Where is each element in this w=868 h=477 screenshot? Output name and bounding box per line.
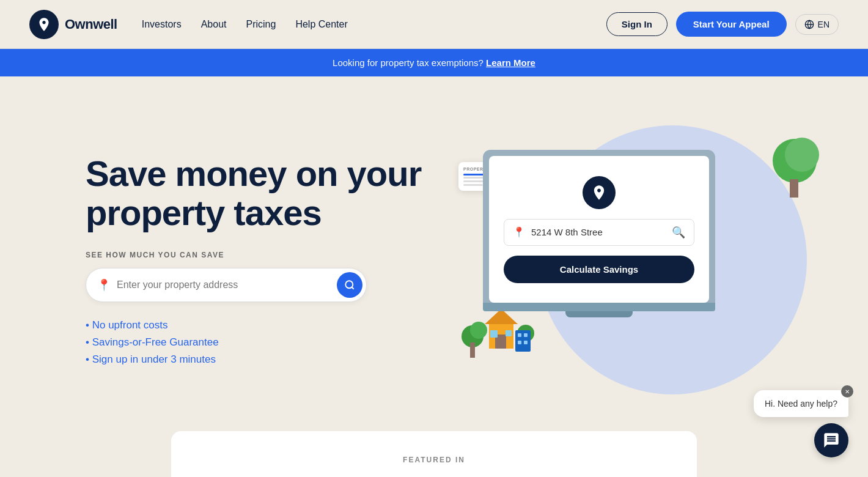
calculate-savings-button[interactable]: Calculate Savings: [504, 256, 694, 283]
signin-button[interactable]: Sign In: [606, 12, 668, 36]
promo-banner: Looking for property tax exemptions? Lea…: [0, 49, 868, 76]
chat-close-button[interactable]: ✕: [841, 385, 853, 398]
hero-section: Save money on your property taxes SEE HO…: [0, 76, 868, 431]
hero-title: Save money on your property taxes: [86, 154, 428, 232]
address-search-input[interactable]: [117, 279, 337, 290]
nav-left: Ownwell Investors About Pricing Help Cen…: [29, 10, 348, 39]
svg-rect-15: [518, 333, 521, 337]
featured-label: FEATURED IN: [208, 456, 660, 464]
chat-widget: ✕ Hi. Need any help?: [754, 390, 848, 457]
laptop-logo-icon: [590, 184, 608, 201]
language-button[interactable]: EN: [795, 14, 839, 35]
laptop-stand: [565, 311, 633, 317]
svg-rect-21: [790, 179, 798, 198]
tree-right-svg: [770, 138, 819, 199]
laptop-address-bar: 📍 5214 W 8th Stree 🔍: [504, 219, 694, 246]
nav-link-help[interactable]: Help Center: [295, 19, 347, 30]
chat-icon: [823, 432, 840, 449]
svg-point-20: [785, 138, 819, 172]
nav-link-pricing[interactable]: Pricing: [246, 19, 276, 30]
banner-link[interactable]: Learn More: [486, 57, 535, 68]
chat-open-button[interactable]: [814, 423, 848, 457]
laptop-base: [483, 303, 715, 311]
laptop-logo: [583, 176, 616, 209]
pin-icon: 📍: [97, 278, 111, 292]
chat-bubble: ✕ Hi. Need any help?: [754, 390, 848, 417]
nav-right: Sign In Start Your Appeal EN: [606, 12, 839, 37]
logo-icon: [29, 10, 59, 39]
laptop-address-text: 5214 W 8th Stree: [531, 227, 666, 237]
search-icon: [344, 279, 355, 290]
featured-section: FEATURED IN USA TODAY BUSINESS INSIDER T…: [171, 431, 697, 477]
laptop-pin-icon: 📍: [513, 226, 525, 238]
svg-rect-11: [506, 330, 512, 336]
svg-point-5: [470, 322, 487, 339]
banner-text: Looking for property tax exemptions?: [333, 57, 484, 68]
chat-message: Hi. Need any help?: [765, 399, 837, 409]
laptop-search-icon: 🔍: [672, 226, 685, 239]
benefits-list: No upfront costs Savings-or-Free Guarant…: [86, 319, 428, 366]
globe-icon: [804, 20, 814, 29]
hero-illustration: PROPERTY TAX: [452, 125, 807, 394]
benefit-item-3: Sign up in under 3 minutes: [86, 353, 428, 366]
svg-rect-14: [515, 330, 531, 352]
svg-rect-6: [470, 342, 475, 358]
svg-rect-16: [524, 333, 528, 337]
search-button[interactable]: [337, 272, 362, 298]
laptop-screen: 📍 5214 W 8th Stree 🔍 Calculate Savings: [489, 156, 709, 303]
tree-right: [770, 138, 819, 201]
svg-point-2: [345, 281, 353, 288]
address-search-box: 📍: [86, 268, 367, 302]
featured-wrapper: FEATURED IN USA TODAY BUSINESS INSIDER T…: [0, 431, 868, 477]
lang-label: EN: [818, 20, 829, 29]
svg-line-3: [351, 287, 353, 289]
svg-rect-17: [518, 341, 521, 344]
svg-rect-10: [490, 330, 498, 338]
benefit-item-2: Savings-or-Free Guarantee: [86, 336, 428, 349]
nav-link-about[interactable]: About: [201, 19, 227, 30]
benefit-item-1: No upfront costs: [86, 319, 428, 331]
laptop-mockup: 📍 5214 W 8th Stree 🔍 Calculate Savings: [483, 150, 715, 317]
laptop-outer: 📍 5214 W 8th Stree 🔍 Calculate Savings: [483, 150, 715, 303]
svg-rect-18: [524, 341, 528, 344]
start-appeal-button[interactable]: Start Your Appeal: [676, 12, 787, 37]
nav-link-investors[interactable]: Investors: [142, 19, 182, 30]
nav-links: Investors About Pricing Help Center: [142, 19, 348, 30]
hero-subtitle: SEE HOW MUCH YOU CAN SAVE: [86, 251, 428, 259]
logo-svg: [36, 17, 52, 32]
navbar: Ownwell Investors About Pricing Help Cen…: [0, 0, 868, 49]
logo-text: Ownwell: [65, 17, 117, 32]
logo[interactable]: Ownwell: [29, 10, 117, 39]
hero-left: Save money on your property taxes SEE HO…: [86, 154, 428, 366]
